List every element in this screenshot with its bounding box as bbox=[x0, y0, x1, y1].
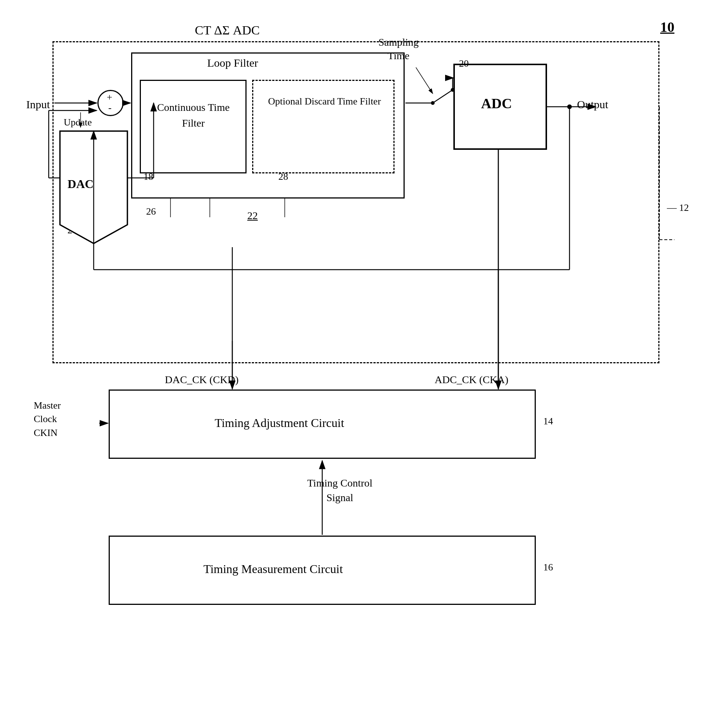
timing-meas-label: Timing Measurement Circuit bbox=[203, 562, 343, 576]
ref-20: 20 bbox=[459, 58, 469, 69]
loop-filter-label: Loop Filter bbox=[207, 57, 258, 69]
output-label: Output bbox=[577, 98, 608, 111]
ref-28-label: 28 bbox=[278, 171, 288, 182]
dac-ck-label: DAC_CK (CKD) bbox=[165, 374, 239, 386]
discard-filter-label: Optional Discard Time Filter bbox=[263, 94, 386, 109]
ref-22: 22 bbox=[247, 210, 258, 222]
loop-filter-box: Loop Filter Continuous Time Filter Optio… bbox=[131, 52, 405, 199]
master-clock-label: MasterClockCKIN bbox=[34, 399, 61, 440]
discard-filter-box: Optional Discard Time Filter bbox=[252, 80, 395, 173]
ct-adc-label: CT ΔΣ ADC bbox=[195, 23, 260, 37]
ct-filter-label: Continuous Time Filter bbox=[148, 100, 238, 131]
ref-12: — 12 bbox=[667, 202, 689, 213]
sampling-time-label: SamplingTime bbox=[378, 36, 419, 63]
input-label: Input bbox=[26, 98, 50, 111]
minus-symbol: - bbox=[108, 102, 112, 113]
timing-adj-label: Timing Adjustment Circuit bbox=[215, 416, 344, 430]
adc-ck-label: ADC_CK (CKA) bbox=[435, 374, 508, 386]
adc-block: ADC bbox=[453, 64, 547, 150]
adc-label: ADC bbox=[481, 95, 512, 112]
timing-meas-box: Timing Measurement Circuit bbox=[109, 536, 536, 605]
ref-14: 14 bbox=[543, 416, 553, 427]
plus-symbol: + bbox=[107, 92, 112, 103]
ref-26: 26 bbox=[146, 206, 156, 217]
timing-adj-box: Timing Adjustment Circuit bbox=[109, 390, 536, 459]
update-time-label: UpdateTime bbox=[64, 116, 92, 142]
ref-16: 16 bbox=[543, 562, 553, 573]
timing-control-label: Timing ControlSignal bbox=[307, 476, 372, 505]
summing-junction: + - bbox=[97, 90, 124, 116]
ct-filter-box: Continuous Time Filter bbox=[140, 80, 247, 173]
ref-24: 24 bbox=[67, 225, 77, 236]
ref-18: 18 bbox=[144, 171, 153, 182]
ref-number-10: 10 bbox=[660, 19, 674, 35]
